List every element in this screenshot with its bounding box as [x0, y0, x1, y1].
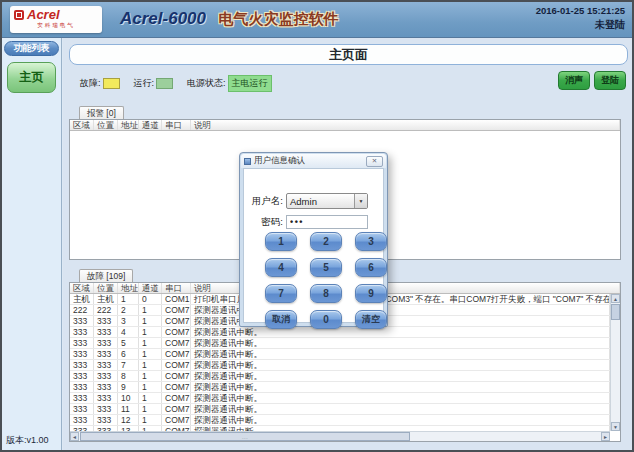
fault-color-swatch: [103, 78, 120, 89]
column-header: 位置: [94, 283, 118, 293]
table-cell: 333: [70, 316, 94, 326]
table-cell: COM7: [162, 371, 191, 381]
column-header: 地址: [118, 283, 139, 293]
table-cell: 333: [70, 349, 94, 359]
table-cell: COM7: [162, 415, 191, 425]
table-cell: COM1: [162, 294, 191, 304]
scroll-left-icon[interactable]: ◄: [70, 432, 79, 441]
table-cell: 333: [94, 338, 118, 348]
table-cell: 探测器通讯中断。: [191, 371, 610, 381]
table-row[interactable]: 333333121COM7探测器通讯中断。: [70, 415, 610, 426]
table-cell: 1: [118, 294, 139, 304]
table-cell: 1: [139, 404, 162, 414]
key-3[interactable]: 3: [355, 232, 387, 251]
sidebar-header[interactable]: 功能列表: [4, 41, 59, 56]
key-9[interactable]: 9: [355, 284, 387, 303]
column-header: 区域: [70, 120, 94, 130]
app-title: Acrel-6000 电气火灾监控软件: [120, 9, 338, 29]
table-cell: 12: [118, 415, 139, 425]
scroll-up-icon[interactable]: ▲: [611, 294, 620, 303]
password-label: 密码:: [244, 216, 286, 229]
horizontal-scrollbar-thumb[interactable]: [80, 432, 410, 441]
acrel-logo-icon: [14, 10, 24, 20]
column-header: 位置: [94, 120, 118, 130]
table-cell: 探测器通讯中断。: [191, 338, 610, 348]
table-cell: COM7: [162, 327, 191, 337]
dialog-titlebar[interactable]: 用户信息确认 ✕: [241, 154, 386, 168]
mute-button[interactable]: 消声: [558, 71, 590, 90]
run-label: 运行:: [134, 77, 155, 90]
table-cell: 主机: [94, 294, 118, 304]
table-cell: 333: [94, 327, 118, 337]
key-4[interactable]: 4: [265, 258, 297, 277]
table-row[interactable]: 333333101COM7探测器通讯中断。: [70, 393, 610, 404]
scroll-right-icon[interactable]: ►: [601, 432, 610, 441]
table-cell: 333: [94, 371, 118, 381]
status-row: 故障: 运行: 电源状态: 主电运行: [80, 76, 272, 90]
sidebar-item-home[interactable]: 主页: [7, 62, 56, 93]
brand-name: Acrel-6000: [120, 9, 206, 28]
table-cell: 333: [94, 415, 118, 425]
chevron-down-icon[interactable]: ▼: [354, 194, 367, 208]
table-row[interactable]: 33333351COM7探测器通讯中断。: [70, 338, 610, 349]
version-label: 版本:v1.00: [6, 434, 49, 447]
tab-fault[interactable]: 故障 [109]: [79, 269, 133, 282]
column-header: 地址: [118, 120, 139, 130]
table-cell: 333: [94, 316, 118, 326]
key-1[interactable]: 1: [265, 232, 297, 251]
username-select[interactable]: Admin ▼: [286, 193, 368, 209]
app-title-text: 电气火灾监控软件: [218, 10, 338, 27]
password-field[interactable]: [286, 215, 368, 229]
table-row[interactable]: 33333381COM7探测器通讯中断。: [70, 371, 610, 382]
table-row[interactable]: 33333391COM7探测器通讯中断。: [70, 382, 610, 393]
key-8[interactable]: 8: [310, 284, 342, 303]
key-6[interactable]: 6: [355, 258, 387, 277]
table-cell: 7: [118, 360, 139, 370]
table-cell: 333: [70, 338, 94, 348]
table-cell: 1: [139, 382, 162, 392]
table-cell: 6: [118, 349, 139, 359]
table-cell: 1: [139, 338, 162, 348]
scroll-down-icon[interactable]: ▼: [611, 422, 620, 431]
tab-alarm[interactable]: 报警 [0]: [79, 106, 124, 119]
login-status: 未登陆: [536, 18, 625, 32]
table-cell: 探测器通讯中断。: [191, 382, 610, 392]
power-label: 电源状态:: [187, 77, 226, 90]
table-cell: 5: [118, 338, 139, 348]
table-cell: 333: [70, 404, 94, 414]
table-cell: 主机: [70, 294, 94, 304]
horizontal-scrollbar[interactable]: ◄ ►: [70, 431, 610, 441]
table-cell: 探测器通讯中断。: [191, 349, 610, 359]
key-7[interactable]: 7: [265, 284, 297, 303]
table-cell: 1: [139, 305, 162, 315]
table-cell: 11: [118, 404, 139, 414]
close-icon[interactable]: ✕: [366, 156, 383, 167]
dialog-body: 用户名: Admin ▼ 密码: 123456789取消0清空: [243, 168, 384, 323]
table-row[interactable]: 33333361COM7探测器通讯中断。: [70, 349, 610, 360]
key-2[interactable]: 2: [310, 232, 342, 251]
table-cell: COM7: [162, 393, 191, 403]
logo-subtext: 安科瑞电气: [14, 23, 98, 29]
table-cell: COM7: [162, 316, 191, 326]
login-button[interactable]: 登陆: [594, 71, 626, 90]
column-header: 区域: [70, 283, 94, 293]
table-cell: COM7: [162, 382, 191, 392]
logo-text: Acrel: [27, 8, 60, 21]
table-cell: 333: [70, 327, 94, 337]
clear-key[interactable]: 清空: [355, 310, 387, 329]
keypad: 123456789取消0清空: [244, 232, 383, 329]
key-5[interactable]: 5: [310, 258, 342, 277]
table-row[interactable]: 33333371COM7探测器通讯中断。: [70, 360, 610, 371]
column-header: 串口: [162, 120, 191, 130]
table-cell: 9: [118, 382, 139, 392]
table-cell: COM7: [162, 338, 191, 348]
table-cell: 333: [94, 360, 118, 370]
vertical-scrollbar[interactable]: ▲ ▼: [610, 294, 620, 431]
table-row[interactable]: 333333111COM7探测器通讯中断。: [70, 404, 610, 415]
vertical-scrollbar-thumb[interactable]: [611, 304, 620, 320]
column-header: 通道: [139, 283, 162, 293]
key-0[interactable]: 0: [310, 310, 342, 329]
datetime: 2016-01-25 15:21:25: [536, 5, 625, 16]
cancel-key[interactable]: 取消: [265, 310, 297, 329]
login-dialog: 用户信息确认 ✕ 用户名: Admin ▼ 密码: 123456789取消0清空: [239, 152, 388, 327]
